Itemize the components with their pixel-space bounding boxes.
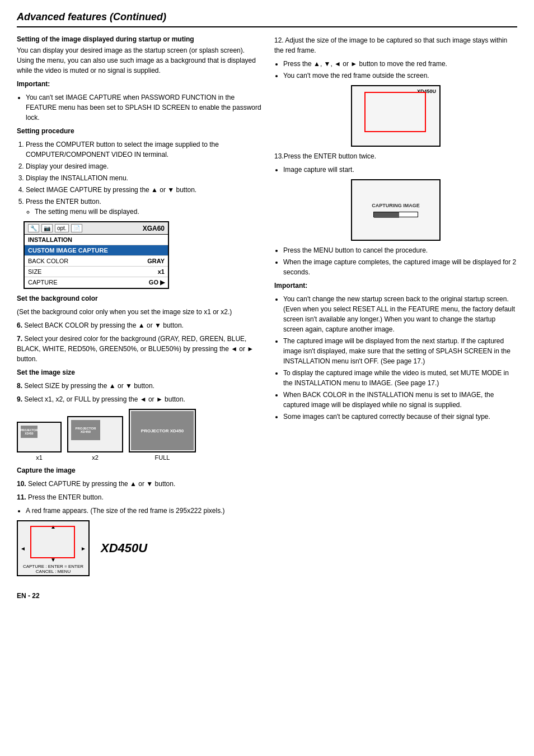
menu-icon-1: 🔧	[28, 224, 39, 232]
important-bullet-4: When BACK COLOR in the INSTALLATION menu…	[283, 390, 517, 410]
step12-bullets: Press the ▲, ▼, ◄ or ► button to move th…	[283, 59, 517, 81]
inner-img-x2: PROJECTOR XD450	[71, 420, 100, 440]
xga-red-frame	[364, 92, 426, 132]
step-1: Press the COMPUTER button to select the …	[26, 139, 263, 160]
step9-content: Select x1, x2, or FULL by pressing the ◄…	[24, 395, 185, 403]
step11-bullet1: A red frame appears. (The size of the re…	[26, 506, 263, 516]
capture-diagrams: ▲ ◄ ► ▼ CAPTURE : ENTER = ENTER CANCEL :…	[17, 520, 263, 576]
size-diagram-x1: PROJECTOR XD450 x1	[17, 422, 62, 461]
section1-body: You can display your desired image as th…	[17, 45, 263, 76]
menu-row-size: SIZE x1	[25, 267, 168, 277]
size-label-x2: x2	[92, 454, 99, 461]
size-label-full: FULL	[155, 454, 170, 461]
menu-row-custom-capture: CUSTOM IMAGE CAPTURE	[25, 245, 168, 256]
menu-back-color-value: GRAY	[147, 258, 165, 264]
important-bullet-5: Some images can't be captured correctly …	[283, 412, 517, 422]
inner-img-full-text: PROJECTOR XD450	[141, 428, 184, 433]
menu-icon-4: 📄	[71, 224, 82, 232]
step8-text: 8. Select SIZE by pressing the ▲ or ▼ bu…	[17, 381, 263, 391]
size-diagram-full: PROJECTOR XD450 FULL	[129, 409, 196, 461]
size-screen-x1: PROJECTOR XD450	[17, 422, 62, 452]
important-label-left: Important:	[17, 79, 263, 89]
steps-list: Press the COMPUTER button to select the …	[26, 139, 263, 217]
size-diagrams: PROJECTOR XD450 x1 PROJECTOR XD450 x2 PR…	[17, 409, 263, 461]
menu-row-back-color: BACK COLOR GRAY	[25, 256, 168, 267]
capture-bottom-labels: CAPTURE : ENTER = ENTER CANCEL : MENU	[18, 564, 88, 574]
inner-img-x1-text: PROJECTOR XD450	[20, 428, 38, 435]
arrow-right-icon: ►	[81, 545, 86, 552]
important-label-right: Important:	[274, 281, 517, 291]
step11-bullets: A red frame appears. (The size of the re…	[26, 506, 263, 516]
step13-bullets: Image capture will start.	[283, 165, 517, 175]
capture-screen-box: ▲ ◄ ► ▼ CAPTURE : ENTER = ENTER CANCEL :…	[17, 520, 90, 576]
step12-bullet2: You can't move the red frame outside the…	[283, 71, 517, 81]
menu-icon-3: opt.	[55, 224, 69, 232]
step-5: Press the ENTER button.The setting menu …	[26, 197, 263, 217]
bg-color-note: (Set the background color only when you …	[17, 307, 263, 317]
inner-img-x2-text: PROJECTOR XD450	[71, 427, 100, 433]
step-2: Display your desired image.	[26, 161, 263, 171]
right-column: 12. Adjust the size of the image to be c…	[274, 35, 517, 581]
size-diagram-x2: PROJECTOR XD450 x2	[67, 416, 123, 461]
step6-text: 6. Select BACK COLOR by pressing the ▲ o…	[17, 320, 263, 330]
step10-content: Select CAPTURE by pressing the ▲ or ▼ bu…	[28, 480, 175, 488]
xd450u-label: XD450U	[101, 541, 147, 556]
red-frame	[30, 526, 75, 558]
step13-bullet1: Image capture will start.	[283, 165, 517, 175]
left-column: Setting of the image displayed during st…	[17, 35, 263, 581]
xga-screen-box: XD450U	[351, 85, 441, 147]
important-list-right: You can't change the new startup screen …	[283, 294, 517, 422]
size-screen-full: PROJECTOR XD450	[129, 409, 196, 452]
arrow-down-icon: ▼	[50, 557, 56, 563]
section1-title: Setting of the image displayed during st…	[17, 35, 263, 43]
menu-installation-label: INSTALLATION	[28, 236, 165, 243]
step12-intro: 12. Adjust the size of the image to be c…	[274, 35, 517, 55]
step7-content: Select your desired color for the backgr…	[17, 335, 254, 363]
progress-bar-outer	[373, 212, 418, 217]
capture-bottom-text1: CAPTURE : ENTER = ENTER	[18, 564, 88, 569]
menu-capture-label: CAPTURE	[28, 279, 149, 286]
step7-text: 7. Select your desired color for the bac…	[17, 334, 263, 364]
step11-text: 11. Press the ENTER button.	[17, 492, 263, 502]
menu-box: 🔧 📷 opt. 📄 XGA60 INSTALLATION CUSTOM IMA…	[24, 221, 169, 289]
important-item-left: You can't set IMAGE CAPTURE when PASSWOR…	[26, 92, 263, 123]
capture-progress-box: CAPTURING IMAGE	[351, 179, 441, 241]
setting-proc-label: Setting procedure	[17, 126, 263, 136]
menu-icon-2: 📷	[41, 224, 53, 232]
menu-header: 🔧 📷 opt. 📄 XGA60	[25, 222, 168, 235]
important-list-left: You can't set IMAGE CAPTURE when PASSWOR…	[26, 92, 263, 123]
capture-note-1: Press the MENU button to cancel the proc…	[283, 245, 517, 255]
step8-content: Select SIZE by pressing the ▲ or ▼ butto…	[24, 382, 154, 390]
menu-size-value: x1	[158, 268, 165, 275]
step11-content: Press the ENTER button.	[28, 493, 104, 501]
important-bullet-3: To display the captured image while the …	[283, 368, 517, 388]
menu-header-title: XGA60	[143, 225, 165, 232]
step-4: Select IMAGE CAPTURE by pressing the ▲ o…	[26, 185, 263, 195]
capture-notes: Press the MENU button to cancel the proc…	[283, 245, 517, 277]
menu-row-installation: INSTALLATION	[25, 235, 168, 245]
arrow-left-icon: ◄	[20, 545, 26, 552]
step6-content: Select BACK COLOR by pressing the ▲ or ▼…	[24, 321, 184, 329]
menu-custom-capture-label: CUSTOM IMAGE CAPTURE	[28, 247, 165, 254]
menu-back-color-label: BACK COLOR	[28, 258, 147, 264]
bg-color-label: Set the background color	[17, 293, 263, 304]
step9-text: 9. Select x1, x2, or FULL by pressing th…	[17, 394, 263, 404]
page-footer: EN - 22	[17, 592, 517, 600]
step13-intro: 13.Press the ENTER button twice.	[274, 151, 517, 161]
image-size-label: Set the image size	[17, 367, 263, 377]
capture-label: Capture the image	[17, 465, 263, 475]
step-3: Display the INSTALLATION menu.	[26, 173, 263, 183]
menu-capture-value: GO ▶	[149, 279, 165, 286]
menu-size-label: SIZE	[28, 268, 158, 275]
progress-bar-inner	[374, 212, 399, 218]
size-label-x1: x1	[36, 454, 43, 461]
inner-img-x1: PROJECTOR XD450	[21, 426, 38, 438]
inner-img-full: PROJECTOR XD450	[131, 411, 194, 450]
step10-text: 10. Select CAPTURE by pressing the ▲ or …	[17, 479, 263, 489]
menu-row-capture: CAPTURE GO ▶	[25, 277, 168, 288]
page-title: Advanced features (Continued)	[17, 11, 517, 27]
step12-bullet1: Press the ▲, ▼, ◄ or ► button to move th…	[283, 59, 517, 69]
progress-label: CAPTURING IMAGE	[372, 203, 420, 208]
important-bullet-2: The captured image will be displayed fro…	[283, 336, 517, 366]
important-bullet-1: You can't change the new startup screen …	[283, 294, 517, 334]
